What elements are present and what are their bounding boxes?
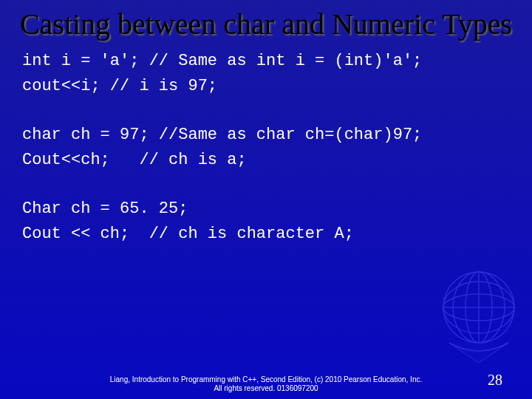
footer-copyright: Liang, Introduction to Programming with … (0, 375, 532, 393)
code-block-1: int i = 'a'; // Same as int i = (int)'a'… (0, 49, 532, 99)
footer-line1: Liang, Introduction to Programming with … (110, 375, 422, 383)
footer-line2: All rights reserved. 0136097200 (214, 384, 318, 392)
page-number: 28 (488, 372, 502, 389)
slide-title: Casting between char and Numeric Types (0, 0, 532, 49)
code-block-2: char ch = 97; //Same as char ch=(char)97… (0, 123, 532, 173)
code-block-3: Char ch = 65. 25; Cout << ch; // ch is c… (0, 197, 532, 247)
globe-icon (434, 263, 523, 366)
